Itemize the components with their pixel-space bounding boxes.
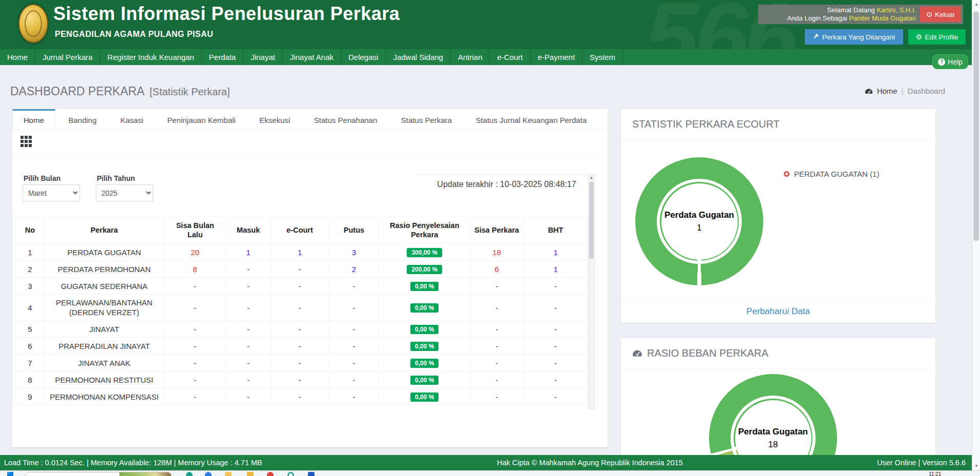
table-row: 4PERLAWANAN/BANTAHAN (DERDEN VERZET)----…: [16, 295, 588, 321]
ecourt-card-title: STATISTIK PERKARA ECOURT: [621, 109, 935, 140]
nav-item-ecourt[interactable]: e-Court: [490, 49, 530, 65]
app-title: Sistem Informasi Penelusuran Perkara: [53, 3, 400, 25]
stats-tabs: Home Banding Kasasi Peninjauan Kembali E…: [12, 109, 608, 131]
last-update-text: Update terakhir : 10-03-2025 08:48:17: [414, 174, 599, 189]
search-highlight-image: [119, 472, 171, 476]
taskbar-icon[interactable]: [247, 472, 254, 476]
main-navbar: Home Jurnal Perkara Register Induk Keuan…: [0, 49, 972, 65]
copyright-text: Hak Cipta © Mahkamah Agung Republik Indo…: [497, 459, 683, 467]
dashboard-icon: [865, 88, 873, 94]
wrench-icon: [813, 34, 819, 40]
rasio-badge: 200,00 %: [407, 265, 442, 274]
page-scrollbar[interactable]: ▲ ▼: [972, 0, 980, 470]
refresh-data-link[interactable]: Perbaharui Data: [746, 306, 810, 317]
perkara-table-wrap: No Perkara Sisa Bulan Lalu Masuk e-Court…: [15, 216, 588, 405]
welcome-box: Selamat Datang Kartini, S.H.I. Anda Logi…: [758, 5, 963, 24]
scrollbar-up-arrow[interactable]: ▲: [972, 2, 980, 7]
rasio-badge: 0,00 %: [410, 359, 439, 368]
table-scrollbar[interactable]: ▲: [588, 174, 595, 409]
tab-status-perkara[interactable]: Status Perkara: [390, 110, 463, 131]
year-select[interactable]: 2025: [96, 184, 153, 201]
table-row: 7JINAYAT ANAK----0,00 %--: [16, 355, 588, 371]
tab-banding[interactable]: Banding: [57, 110, 107, 131]
taskbar-icon[interactable]: [186, 472, 193, 476]
content-area: DASHBOARD PERKARA[Statistik Perkara] Hom…: [0, 65, 972, 455]
legend-label: PERDATA GUGATAN (1): [794, 170, 879, 178]
edit-profile-button[interactable]: ⚙ Edit Profile: [908, 29, 966, 45]
taskbar-icon[interactable]: [287, 472, 294, 476]
table-row: 9PERMOHONAN KOMPENSASI----0,00 %--: [16, 388, 588, 405]
tab-status-penahanan[interactable]: Status Penahanan: [303, 110, 388, 131]
nav-item-jurnal-perkara[interactable]: Jurnal Perkara: [35, 49, 100, 65]
rasio-badge: 0,00 %: [410, 392, 439, 402]
windows-start-icon[interactable]: [7, 472, 13, 476]
app-header: 566 Sistem Informasi Penelusuran Perkara…: [0, 0, 972, 49]
taskbar-icon[interactable]: [225, 472, 232, 476]
page-scrollbar-thumb[interactable]: [973, 11, 979, 241]
grid-view-icon[interactable]: [19, 135, 33, 149]
tab-home[interactable]: Home: [12, 109, 55, 130]
scrollbar-down-arrow[interactable]: ▼: [972, 464, 980, 468]
taskbar-icon[interactable]: [308, 472, 315, 476]
table-row: 8PERMOHONAN RESTITUSI----0,00 %--: [16, 371, 588, 388]
rasio-badge: 0,00 %: [410, 303, 439, 313]
donut-center-value: 1: [697, 223, 701, 233]
nav-item-epayment[interactable]: e-Payment: [531, 49, 583, 65]
taskbar-search-input[interactable]: [25, 472, 172, 476]
nav-menu: Home Jurnal Perkara Register Induk Keuan…: [0, 49, 972, 65]
nav-item-jadwal-sidang[interactable]: Jadwal Sidang: [386, 49, 451, 65]
tab-kasasi[interactable]: Kasasi: [110, 110, 154, 131]
help-button[interactable]: ? Help: [932, 54, 968, 69]
user-name: Kartini, S.H.I.: [877, 6, 916, 14]
gauge-icon: [632, 349, 642, 357]
nav-item-home[interactable]: Home: [0, 49, 35, 65]
nav-item-delegasi[interactable]: Delegasi: [341, 49, 386, 65]
col-perkara: Perkara: [44, 216, 164, 244]
nav-item-system[interactable]: System: [582, 49, 623, 65]
donut-center-text: Perdata Gugatan 1: [635, 157, 763, 285]
sipp-dashboard-screen: 566 Sistem Informasi Penelusuran Perkara…: [0, 0, 980, 476]
page-title-main: DASHBOARD PERKARA: [10, 85, 144, 98]
table-scrollbar-thumb[interactable]: [589, 182, 594, 259]
nav-item-register-induk-keuangan[interactable]: Register Induk Keuangan: [100, 49, 202, 65]
month-select[interactable]: Maret: [23, 184, 80, 201]
perkara-table: No Perkara Sisa Bulan Lalu Masuk e-Court…: [15, 216, 588, 405]
ecourt-donut-chart: Perdata Gugatan 1: [635, 157, 763, 285]
rasio-badge: 0,00 %: [410, 282, 439, 291]
tab-peninjauan-kembali[interactable]: Peninjauan Kembali: [156, 110, 246, 131]
nav-item-perdata[interactable]: Perdata: [202, 49, 244, 65]
tab-status-jurnal-keuangan-perdata[interactable]: Status Jurnal Keuangan Perdata: [465, 110, 597, 131]
table-row: 2PERDATA PERMOHONAN8--2200,00 %61: [16, 261, 588, 278]
breadcrumb-current: Dashboard: [908, 87, 945, 95]
taskbar-icon[interactable]: [267, 472, 274, 476]
taskbar-icon[interactable]: [205, 472, 212, 476]
scroll-up-arrow[interactable]: ▲: [589, 175, 594, 181]
page-title: DASHBOARD PERKARA[Statistik Perkara]: [10, 85, 230, 98]
welcome-text: Selamat Datang Kartini, S.H.I. Anda Logi…: [787, 6, 916, 23]
nav-item-jinayat[interactable]: Jinayat: [243, 49, 283, 65]
breadcrumb: Home | Dashboard: [865, 87, 945, 95]
handled-cases-button[interactable]: Perkara Yang Ditangani: [805, 29, 903, 45]
table-row: 3GUGATAN SEDERHANA----0,00 %--: [16, 278, 588, 295]
logout-button[interactable]: Keluar: [920, 7, 961, 22]
breadcrumb-home[interactable]: Home: [877, 87, 898, 95]
nav-item-antrian[interactable]: Antrian: [451, 49, 490, 65]
logout-label: Keluar: [935, 11, 955, 18]
nav-item-jinayat-anak[interactable]: Jinayat Anak: [283, 49, 341, 65]
help-label: Help: [948, 58, 963, 66]
table-row: 1PERDATA GUGATAN20113300,00 %181: [16, 244, 588, 261]
rasio-badge: 0,00 %: [410, 342, 439, 351]
load-info: Load Time : 0.0124 Sec. | Memory Availab…: [4, 459, 262, 467]
user-role: Paniter Muda Gugatan: [849, 14, 916, 22]
table-row: 5JINAYAT----0,00 %--: [16, 321, 588, 338]
section-divider: [12, 156, 608, 157]
tab-eksekusi[interactable]: Eksekusi: [248, 110, 301, 131]
table-header-row: No Perkara Sisa Bulan Lalu Masuk e-Court…: [16, 216, 588, 244]
donut-center-label: Perdata Gugatan: [738, 427, 808, 437]
question-icon: ?: [938, 58, 945, 66]
perkara-table-body: 1PERDATA GUGATAN20113300,00 %1812PERDATA…: [16, 244, 588, 405]
page-title-sub: [Statistik Perkara]: [150, 86, 230, 97]
month-filter-label: Pilih Bulan: [24, 174, 60, 182]
rasio-badge: 0,00 %: [410, 325, 439, 334]
breadcrumb-divider: |: [902, 87, 904, 95]
